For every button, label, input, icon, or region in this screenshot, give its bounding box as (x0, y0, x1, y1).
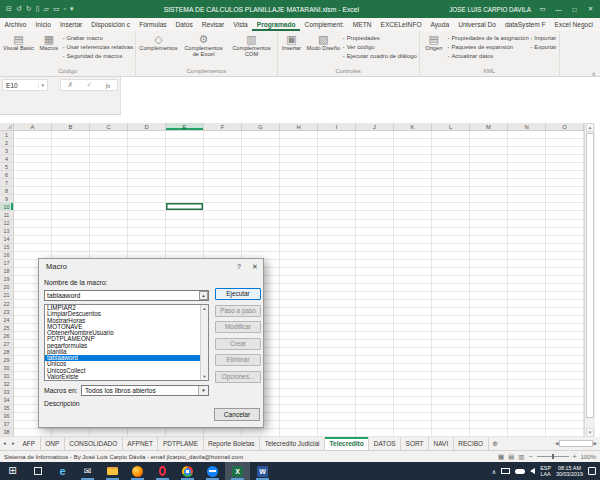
cell[interactable] (280, 220, 318, 228)
macro-name-input[interactable] (44, 290, 209, 301)
cell[interactable] (508, 389, 546, 397)
scroll-down-icon[interactable]: ▼ (586, 428, 594, 437)
cell[interactable] (242, 244, 280, 252)
teamviewer-icon[interactable] (200, 462, 225, 480)
cell[interactable] (318, 284, 356, 292)
cell[interactable] (432, 316, 470, 324)
cell[interactable] (432, 220, 470, 228)
cell[interactable] (90, 131, 128, 139)
cell[interactable] (280, 139, 318, 147)
column-header-i[interactable]: I (318, 123, 356, 131)
dialog-close-icon[interactable]: ✕ (247, 259, 263, 274)
cell[interactable] (280, 244, 318, 252)
cell[interactable] (394, 147, 432, 155)
cell[interactable] (356, 421, 394, 429)
cell[interactable] (546, 268, 584, 276)
column-header-o[interactable]: O (546, 123, 584, 131)
cell[interactable] (280, 380, 318, 388)
cell[interactable] (356, 348, 394, 356)
cell[interactable] (394, 268, 432, 276)
cell[interactable] (318, 397, 356, 405)
cell[interactable] (470, 413, 508, 421)
new-sheet-icon[interactable]: ⊕ (489, 437, 502, 450)
cell[interactable] (432, 236, 470, 244)
row-header[interactable]: 20 (0, 284, 14, 292)
cell[interactable] (52, 187, 90, 195)
cell[interactable] (280, 155, 318, 163)
cell[interactable] (318, 260, 356, 268)
cell[interactable] (394, 292, 432, 300)
row-header[interactable]: 36 (0, 413, 14, 421)
cell[interactable] (508, 228, 546, 236)
cell[interactable] (432, 131, 470, 139)
macro-list-scrollbar[interactable]: ▲ ▼ (200, 305, 208, 380)
cell[interactable] (508, 413, 546, 421)
cell[interactable] (508, 300, 546, 308)
cell[interactable] (508, 292, 546, 300)
row-header[interactable]: 17 (0, 260, 14, 268)
sheet-tab-telecredito[interactable]: Telecredito (325, 437, 369, 450)
cell[interactable] (508, 236, 546, 244)
cell[interactable] (318, 380, 356, 388)
row-header[interactable]: 33 (0, 389, 14, 397)
cell[interactable] (280, 292, 318, 300)
cell[interactable] (546, 364, 584, 372)
dialog-help-icon[interactable]: ? (231, 259, 247, 274)
cell[interactable] (508, 316, 546, 324)
cell[interactable] (432, 389, 470, 397)
cell[interactable] (546, 131, 584, 139)
cell[interactable] (128, 236, 166, 244)
new-document-icon[interactable]: ▯ (36, 5, 40, 13)
cell[interactable] (280, 340, 318, 348)
row-header[interactable]: 38 (0, 429, 14, 437)
cell[interactable] (204, 236, 242, 244)
minimize-icon[interactable]: — (554, 6, 563, 13)
excel-icon[interactable]: X (225, 462, 250, 480)
row-header[interactable]: 35 (0, 405, 14, 413)
cell[interactable] (432, 179, 470, 187)
cell[interactable] (546, 292, 584, 300)
cell[interactable] (166, 244, 204, 252)
cell[interactable] (508, 405, 546, 413)
cell[interactable] (432, 147, 470, 155)
cell[interactable] (394, 131, 432, 139)
volume-tray-icon[interactable] (530, 468, 535, 474)
cell[interactable] (432, 211, 470, 219)
cell[interactable] (470, 268, 508, 276)
cell[interactable] (470, 195, 508, 203)
cell[interactable] (280, 236, 318, 244)
cell[interactable] (204, 429, 242, 437)
cell[interactable] (14, 147, 52, 155)
cell[interactable] (508, 163, 546, 171)
cell[interactable] (280, 397, 318, 405)
cell[interactable] (394, 179, 432, 187)
cell[interactable] (280, 211, 318, 219)
ribbon-tab-datos[interactable]: Datos (171, 18, 197, 31)
cell[interactable] (318, 211, 356, 219)
opera-icon[interactable] (150, 462, 175, 480)
task-view-button[interactable] (25, 462, 50, 480)
cell[interactable] (432, 244, 470, 252)
cell[interactable] (90, 187, 128, 195)
horizontal-scrollbar[interactable]: ◀ ▶ (552, 437, 600, 450)
cell[interactable] (356, 220, 394, 228)
cell[interactable] (470, 429, 508, 437)
cell[interactable] (546, 308, 584, 316)
cell[interactable] (356, 268, 394, 276)
row-header[interactable]: 4 (0, 155, 14, 163)
cell[interactable] (546, 340, 584, 348)
row-header[interactable]: 1 (0, 131, 14, 139)
cell[interactable] (356, 413, 394, 421)
cell[interactable] (546, 163, 584, 171)
cell[interactable] (356, 147, 394, 155)
row-header[interactable]: 16 (0, 252, 14, 260)
zoom-slider-thumb[interactable] (552, 454, 554, 459)
cell[interactable] (14, 244, 52, 252)
save-icon[interactable]: ⊟ (6, 5, 12, 13)
ribbon-item-propiedades-de-la-asignaci-n[interactable]: ▪Propiedades de la asignación (448, 34, 529, 42)
cell[interactable] (470, 364, 508, 372)
cell[interactable] (128, 203, 166, 211)
cell[interactable] (318, 316, 356, 324)
cell[interactable] (318, 356, 356, 364)
cell[interactable] (546, 397, 584, 405)
